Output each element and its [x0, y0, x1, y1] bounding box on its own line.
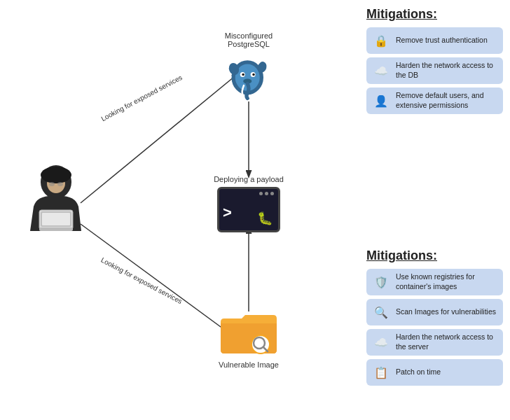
mitigations-top-title: Mitigations: [366, 7, 503, 22]
terminal-dot-3 [270, 192, 274, 195]
mit-bot-icon-3: 📋 [371, 363, 391, 382]
postgres-node: Misconfigured PostgreSQL [207, 31, 291, 104]
mit-top-item-0: 🔒 Remove trust authentication [366, 27, 503, 54]
mit-bot-text-3: Patch on time [396, 368, 441, 377]
diagram-container: Looking for exposed services Looking for… [0, 0, 510, 420]
bottom-arrow-label: Looking for exposed services [99, 256, 184, 306]
mit-top-icon-2: 👤 [371, 91, 391, 111]
mit-top-text-2: Remove default users, and extensive perm… [396, 91, 498, 110]
postgres-label: Misconfigured PostgreSQL [207, 31, 291, 48]
payload-label: Deploying a payload [207, 175, 291, 183]
terminal-dot-1 [259, 192, 263, 195]
mit-top-text-0: Remove trust authentication [396, 36, 488, 46]
mit-top-item-1: ☁️ Harden the network access to the DB [366, 57, 503, 84]
hacker-figure [21, 161, 91, 231]
mit-bot-icon-1: 🔍 [371, 302, 391, 322]
mitigations-bottom: Mitigations: 🛡️ Use known registries for… [366, 248, 503, 389]
payload-node: Deploying a payload > 🐛 [207, 175, 291, 232]
top-arrow-label: Looking for exposed services [99, 74, 184, 123]
mit-bot-item-2: ☁️ Harden the network access to the serv… [366, 329, 503, 356]
mit-bot-icon-0: 🛡️ [371, 272, 391, 292]
svg-point-20 [242, 74, 244, 76]
svg-point-7 [41, 167, 71, 183]
mit-bot-text-1: Scan Images for vulnerabilities [396, 307, 496, 317]
terminal-dots [259, 192, 274, 195]
vuln-image-node: Vulnerable Image [203, 308, 294, 369]
terminal-bug: 🐛 [257, 211, 273, 226]
mit-bot-item-1: 🔍 Scan Images for vulnerabilities [366, 299, 503, 326]
mit-top-text-1: Harden the network access to the DB [396, 61, 498, 80]
svg-rect-13 [39, 227, 73, 231]
terminal-dot-2 [265, 192, 268, 195]
mit-bot-text-0: Use known registries for container's ima… [396, 272, 498, 291]
mitigations-bottom-title: Mitigations: [366, 248, 503, 263]
hacker-icon [27, 161, 86, 231]
mit-bot-text-2: Harden the network access to the server [396, 332, 498, 351]
vuln-label: Vulnerable Image [203, 360, 294, 369]
folder-icon [217, 308, 280, 357]
svg-point-8 [49, 182, 55, 186]
mit-top-icon-0: 🔒 [371, 31, 391, 50]
mitigations-top: Mitigations: 🔒 Remove trust authenticati… [366, 7, 503, 118]
svg-point-9 [57, 182, 63, 186]
postgres-icon [224, 52, 273, 101]
mit-top-icon-1: ☁️ [371, 61, 391, 80]
mit-bot-item-0: 🛡️ Use known registries for container's … [366, 269, 503, 295]
terminal-icon: > 🐛 [217, 187, 280, 232]
mit-bot-icon-2: ☁️ [371, 332, 391, 352]
mit-bot-item-3: 📋 Patch on time [366, 359, 503, 386]
terminal-prompt: > [223, 204, 232, 222]
svg-point-21 [252, 74, 255, 76]
mit-top-item-2: 👤 Remove default users, and extensive pe… [366, 88, 503, 114]
svg-rect-12 [42, 213, 70, 225]
